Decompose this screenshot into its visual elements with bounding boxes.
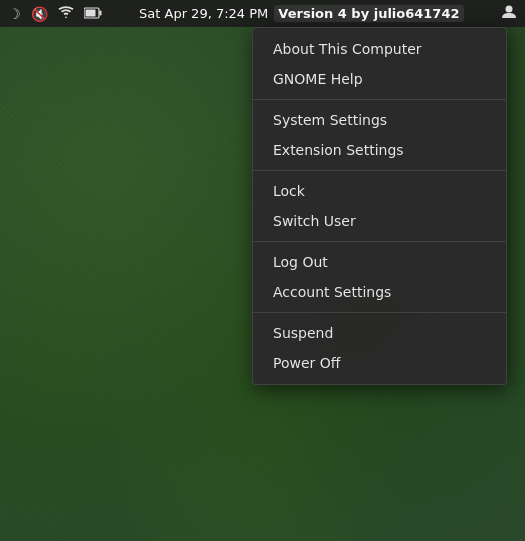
user-icon[interactable] <box>501 4 517 23</box>
moon-icon: ☽ <box>8 6 21 22</box>
menu-item-gnome-help[interactable]: GNOME Help <box>253 64 506 94</box>
separator-2 <box>253 170 506 171</box>
topbar-center: Sat Apr 29, 7:24 PM Version 4 by julio64… <box>139 5 463 22</box>
menu-item-suspend[interactable]: Suspend <box>253 318 506 348</box>
datetime-label: Sat Apr 29, 7:24 PM <box>139 6 268 21</box>
menu-item-account-settings[interactable]: Account Settings <box>253 277 506 307</box>
desktop: ☽ 🔇 Sat Apr 29, 7:24 PM Vers <box>0 0 525 541</box>
menu-item-about-this-computer[interactable]: About This Computer <box>253 34 506 64</box>
topbar-left: ☽ 🔇 <box>8 5 102 22</box>
mute-icon: 🔇 <box>31 6 48 22</box>
menu-item-power-off[interactable]: Power Off <box>253 348 506 378</box>
version-label: Version 4 by julio641742 <box>274 5 463 22</box>
separator-4 <box>253 312 506 313</box>
menu-item-switch-user[interactable]: Switch User <box>253 206 506 236</box>
menu-item-extension-settings[interactable]: Extension Settings <box>253 135 506 165</box>
dropdown-menu: About This Computer GNOME Help System Se… <box>252 27 507 385</box>
svg-rect-2 <box>85 9 95 16</box>
topbar-right <box>501 4 517 23</box>
wifi-icon <box>58 5 74 22</box>
topbar: ☽ 🔇 Sat Apr 29, 7:24 PM Vers <box>0 0 525 27</box>
svg-rect-1 <box>99 10 101 15</box>
svg-point-3 <box>505 6 512 13</box>
separator-1 <box>253 99 506 100</box>
menu-item-lock[interactable]: Lock <box>253 176 506 206</box>
battery-icon <box>84 6 102 22</box>
menu-item-log-out[interactable]: Log Out <box>253 247 506 277</box>
separator-3 <box>253 241 506 242</box>
menu-item-system-settings[interactable]: System Settings <box>253 105 506 135</box>
